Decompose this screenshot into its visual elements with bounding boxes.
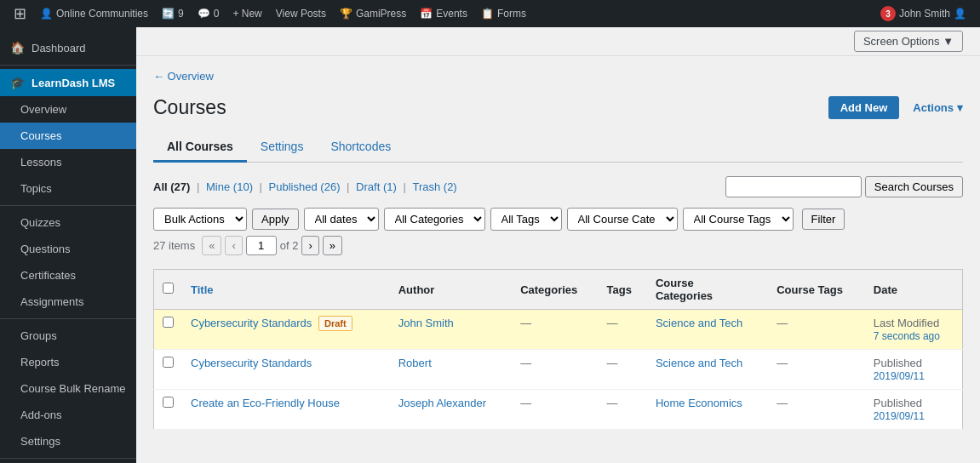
sidebar-item-settings[interactable]: Settings [0, 428, 136, 454]
main-inner: ← Overview Courses Add New Actions ▾ All… [136, 56, 980, 443]
row-author-cell: John Smith [390, 310, 512, 350]
pagination: 27 items « ‹ of 2 › » [153, 236, 342, 255]
tags-dropdown[interactable]: All Tags [490, 208, 562, 231]
filter-published[interactable]: Published (26) [269, 180, 341, 193]
sidebar-item-dashboard[interactable]: 🏠 Dashboard [0, 34, 136, 61]
course-category-link[interactable]: Science and Tech [656, 317, 742, 329]
filter-button[interactable]: Filter [802, 209, 845, 230]
last-page-button[interactable]: » [323, 236, 342, 255]
filter-draft[interactable]: Draft (1) [356, 180, 397, 193]
current-page-input[interactable] [246, 236, 277, 255]
author-link[interactable]: Joseph Alexander [398, 397, 486, 409]
sidebar-item-overview[interactable]: Overview [0, 96, 136, 123]
filter-trash[interactable]: Trash (2) [412, 180, 456, 193]
check-all-checkbox[interactable] [163, 283, 174, 294]
date-link[interactable]: 2019/09/11 [874, 370, 925, 382]
date-label: Last Modified [874, 317, 939, 329]
row-date-cell: Published 2019/09/11 [865, 350, 963, 390]
dates-dropdown[interactable]: All dates [304, 208, 379, 231]
screen-options-bar: Screen Options ▼ [136, 27, 980, 56]
filter-links: All (27) | Mine (10) | Published (26) | … [153, 180, 720, 193]
table-row: Create an Eco-Friendly House Joseph Alex… [154, 390, 963, 430]
user-notifications[interactable]: 3 John Smith 👤 [874, 0, 973, 27]
filter-mine[interactable]: Mine (10) [206, 180, 253, 193]
comments-item[interactable]: 💬 0 [191, 0, 226, 27]
notification-badge: 3 [880, 6, 896, 21]
add-new-button[interactable]: Add New [828, 96, 900, 119]
next-page-button[interactable]: › [301, 236, 318, 255]
sidebar-item-learndash[interactable]: 🎓 LearnDash LMS [0, 69, 136, 96]
course-categories-dropdown[interactable]: All Course Cate [567, 208, 678, 231]
row-tags-cell: — [599, 390, 647, 430]
updates-item[interactable]: 🔄 9 [155, 0, 191, 27]
tab-all-courses[interactable]: All Courses [153, 133, 247, 163]
sidebar-item-courses[interactable]: Courses [0, 123, 136, 149]
row-author-cell: Robert [390, 350, 512, 390]
row-author-cell: Joseph Alexander [390, 390, 512, 430]
row-checkbox[interactable] [163, 397, 174, 408]
author-link[interactable]: John Smith [398, 317, 454, 329]
course-category-link[interactable]: Science and Tech [656, 357, 742, 369]
first-page-button[interactable]: « [202, 236, 221, 255]
date-label: Published [874, 397, 922, 409]
forms-icon: 📋 [481, 8, 494, 20]
search-button[interactable]: Search Courses [865, 176, 963, 197]
tags-col: Tags [599, 270, 647, 310]
sidebar-item-lessons[interactable]: Lessons [0, 149, 136, 175]
row-checkbox[interactable] [163, 357, 174, 368]
sidebar-item-label: Course Bulk Rename [20, 382, 126, 395]
back-link[interactable]: ← Overview [153, 70, 214, 83]
view-posts-item[interactable]: View Posts [269, 0, 333, 27]
events-item[interactable]: 📅 Events [413, 0, 474, 27]
check-all-col [154, 270, 183, 310]
row-course-tags-cell: — [768, 350, 865, 390]
bulk-actions-row: Bulk Actions Apply All dates All Categor… [153, 208, 963, 262]
sidebar-item-assignments[interactable]: Assignments [0, 289, 136, 315]
filter-bar: All (27) | Mine (10) | Published (26) | … [153, 176, 963, 197]
sidebar-item-reports[interactable]: Reports [0, 349, 136, 375]
events-icon: 📅 [420, 8, 433, 20]
site-name-item[interactable]: 👤 Online Communities [33, 0, 155, 27]
dashboard-icon: 🏠 [10, 41, 25, 54]
wp-logo[interactable]: ⊞ [7, 0, 33, 27]
new-item[interactable]: + New [226, 0, 268, 27]
new-label: + New [232, 8, 261, 20]
course-tags-dropdown[interactable]: All Course Tags [683, 208, 794, 231]
search-input[interactable] [725, 176, 862, 197]
course-title-link[interactable]: Cybersecurity Standards [191, 317, 312, 329]
sidebar-item-quizzes[interactable]: Quizzes [0, 209, 136, 236]
date-link[interactable]: 7 seconds ago [874, 330, 940, 342]
actions-label: Actions [913, 101, 954, 114]
table-body: Cybersecurity Standards Draft John Smith… [154, 310, 963, 430]
sidebar-item-label: Certificates [20, 269, 76, 282]
row-checkbox[interactable] [163, 317, 174, 328]
sidebar-item-questions[interactable]: Questions [0, 236, 136, 262]
categories-dropdown[interactable]: All Categories [384, 208, 485, 231]
sidebar-item-label: Assignments [20, 295, 83, 308]
forms-item[interactable]: 📋 Forms [474, 0, 533, 27]
course-title-link[interactable]: Create an Eco-Friendly House [191, 397, 340, 409]
sidebar-divider-4 [0, 458, 136, 459]
tab-settings[interactable]: Settings [247, 133, 318, 163]
course-category-link[interactable]: Home Economics [656, 397, 742, 409]
prev-page-button[interactable]: ‹ [225, 236, 242, 255]
filter-all[interactable]: All (27) [153, 180, 190, 193]
actions-button[interactable]: Actions ▾ [913, 101, 963, 114]
sidebar-item-groups[interactable]: Groups [0, 323, 136, 349]
apply-button[interactable]: Apply [252, 209, 299, 230]
row-categories-cell: — [512, 350, 598, 390]
gamipress-item[interactable]: 🏆 GamiPress [333, 0, 413, 27]
course-title-link[interactable]: Cybersecurity Standards [191, 357, 312, 369]
screen-options-label: Screen Options [863, 35, 940, 48]
sidebar-item-bulk-rename[interactable]: Course Bulk Rename [0, 375, 136, 402]
pagination-count: 27 items [153, 239, 195, 252]
sidebar-item-addons[interactable]: Add-ons [0, 402, 136, 428]
sidebar-item-certificates[interactable]: Certificates [0, 262, 136, 289]
bulk-actions-dropdown[interactable]: Bulk Actions [153, 208, 247, 231]
tab-shortcodes[interactable]: Shortcodes [317, 133, 404, 163]
title-sort-link[interactable]: Title [191, 283, 214, 296]
date-link[interactable]: 2019/09/11 [874, 410, 925, 422]
author-link[interactable]: Robert [398, 357, 432, 369]
sidebar-item-topics[interactable]: Topics [0, 175, 136, 202]
screen-options-button[interactable]: Screen Options ▼ [854, 31, 963, 52]
